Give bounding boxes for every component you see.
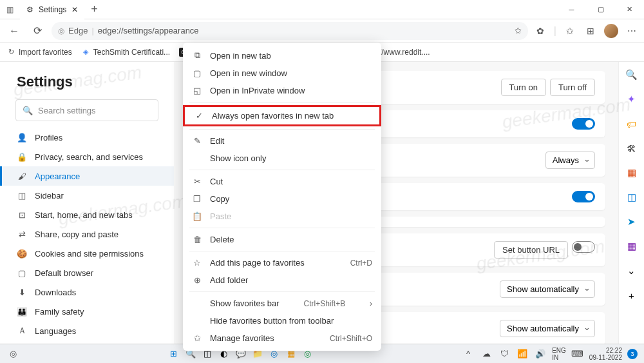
sidebar-item-downloads[interactable]: ⬇Downloads — [0, 282, 174, 302]
profile-avatar[interactable] — [604, 24, 618, 38]
send-icon[interactable]: ➤ — [625, 215, 638, 228]
sidebar-item-cookies[interactable]: 🍪Cookies and site permissions — [0, 244, 174, 263]
context-menu-item-6[interactable]: ✎Edit — [183, 132, 381, 150]
turn-on-button[interactable]: Turn on — [501, 79, 546, 96]
tag-icon[interactable]: 🏷 — [625, 117, 638, 130]
context-menu-item-0[interactable]: ⧉Open in new tab — [183, 46, 381, 64]
sidebar-item-family[interactable]: 👪Family safety — [0, 302, 174, 321]
toggle-1[interactable] — [572, 118, 595, 130]
volume-icon[interactable]: 🔊 — [534, 348, 547, 360]
address-bar[interactable]: ◎ Edge | edge://settings/appearance ✩ — [52, 22, 528, 40]
collections-icon[interactable]: ⊞ — [583, 24, 598, 38]
keyboard-icon[interactable]: ⌨ — [571, 348, 584, 360]
close-window-button[interactable]: ✕ — [615, 0, 644, 19]
show-auto-select-2[interactable]: Show automatically — [500, 320, 595, 337]
gear-icon: ⚙ — [26, 5, 33, 14]
turn-off-button[interactable]: Turn off — [550, 79, 595, 96]
extensions-icon[interactable]: ✿ — [533, 24, 547, 38]
more-icon[interactable]: ⋯ — [625, 24, 639, 38]
sidebar-item-default[interactable]: ▢Default browser — [0, 263, 174, 282]
back-button[interactable]: ← — [5, 22, 23, 40]
defender-icon[interactable]: 🛡 — [498, 348, 511, 360]
context-menu-item-10[interactable]: ❐Copy — [183, 190, 381, 208]
page-title: Settings — [0, 74, 174, 99]
tab-title: Settings — [39, 5, 66, 14]
always-select[interactable]: Always — [545, 152, 595, 169]
sidebar-item-share[interactable]: ⇄Share, copy and paste — [0, 224, 174, 244]
context-menu-item-15[interactable]: ☆Add this page to favoritesCtrl+D — [183, 254, 381, 271]
right-sidebar: 🔍 ✦ 🏷 🛠 ▦ ◫ ➤ ▦ ⌄ + — [618, 62, 644, 344]
edge-icon: ◎ — [58, 26, 64, 35]
onenote-icon[interactable]: ▦ — [625, 240, 638, 253]
tab-settings[interactable]: ⚙ Settings ✕ — [20, 0, 84, 19]
context-menu-item-1[interactable]: ▢Open in new window — [183, 64, 381, 82]
outlook-icon[interactable]: ◫ — [625, 191, 638, 204]
context-menu-item-19[interactable]: Hide favorites button from toolbar — [183, 312, 381, 329]
address-url: edge://settings/appearance — [98, 26, 199, 35]
chevron-down-icon[interactable]: ⌄ — [625, 264, 638, 277]
app-icon: ▥ — [0, 0, 20, 19]
context-menu-item-11: 📋Paste — [183, 208, 381, 225]
minimize-button[interactable]: ─ — [557, 0, 586, 19]
favorites-icon[interactable]: ✩ — [563, 24, 577, 38]
context-menu-item-2[interactable]: ◱Open in InPrivate window — [183, 82, 381, 99]
refresh-button[interactable]: ⟳ — [28, 22, 46, 40]
bookmark-import[interactable]: ↻Import favorites — [6, 48, 72, 57]
tray-chevron-icon[interactable]: ^ — [462, 348, 475, 360]
context-menu-item-16[interactable]: ⊕Add folder — [183, 271, 381, 289]
add-sidebar-icon[interactable]: + — [625, 289, 638, 302]
search-sidebar-icon[interactable]: 🔍 — [625, 68, 638, 81]
toggle-url[interactable] — [572, 241, 595, 253]
address-prefix: Edge — [68, 26, 88, 35]
context-menu-item-4[interactable]: ✓Always open favorites in new tab — [183, 105, 381, 126]
context-menu: ⧉Open in new tab▢Open in new window◱Open… — [183, 43, 381, 351]
start-button[interactable]: ⊞ — [167, 348, 180, 360]
new-tab-button[interactable]: + — [84, 3, 104, 16]
onedrive-icon[interactable]: ☁ — [480, 348, 493, 360]
context-menu-item-13[interactable]: 🗑Delete — [183, 231, 381, 248]
sparkle-icon[interactable]: ✦ — [625, 93, 638, 106]
sidebar-item-start[interactable]: ⊡Start, home, and new tabs — [0, 205, 174, 224]
toggle-2[interactable] — [572, 191, 595, 202]
set-url-button[interactable]: Set button URL — [494, 241, 568, 259]
tools-icon[interactable]: 🛠 — [625, 142, 638, 155]
sidebar-item-languages[interactable]: ＡLanguages — [0, 321, 174, 340]
office-icon[interactable]: ▦ — [625, 166, 638, 179]
context-menu-item-7[interactable]: Show icon only — [183, 150, 381, 167]
bookmark-techsmith[interactable]: ◈TechSmith Certificati... — [81, 48, 170, 57]
sidebar-item-sidebar[interactable]: ◫Sidebar — [0, 186, 174, 205]
clock[interactable]: 22:2209-11-2022 — [589, 347, 622, 361]
close-tab-icon[interactable]: ✕ — [71, 5, 78, 14]
maximize-button[interactable]: ▢ — [586, 0, 615, 19]
sidebar-item-profiles[interactable]: 👤Profiles — [0, 128, 174, 147]
search-icon: 🔍 — [23, 106, 33, 115]
context-menu-item-18[interactable]: Show favorites barCtrl+Shift+B› — [183, 295, 381, 312]
settings-sidebar: Settings 🔍 Search settings 👤Profiles 🔒Pr… — [0, 62, 174, 344]
search-settings-input[interactable]: 🔍 Search settings — [15, 99, 158, 121]
network-icon[interactable]: 📶 — [516, 348, 529, 360]
show-auto-select-1[interactable]: Show automatically — [500, 280, 595, 298]
sidebar-item-appearance[interactable]: 🖌Appearance — [0, 166, 174, 186]
context-menu-item-9[interactable]: ✂Cut — [183, 173, 381, 190]
notifications-icon[interactable]: 3 — [627, 349, 638, 359]
favorite-star-icon[interactable]: ✩ — [515, 26, 522, 35]
sidebar-item-privacy[interactable]: 🔒Privacy, search, and services — [0, 147, 174, 166]
edge-taskbar-icon[interactable]: ◎ — [6, 348, 19, 360]
context-menu-item-20[interactable]: ✩Manage favoritesCtrl+Shift+O — [183, 329, 381, 347]
